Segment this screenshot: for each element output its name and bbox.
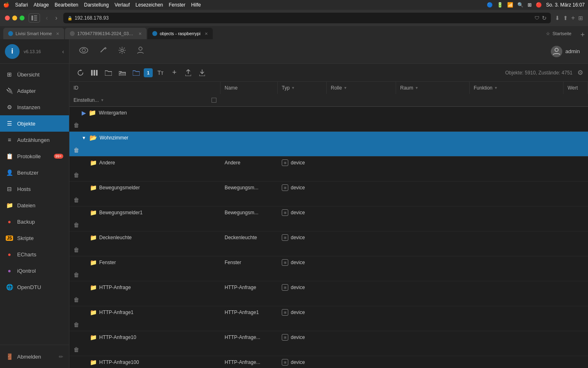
maximize-window-btn[interactable] (20, 16, 24, 20)
new-tab-btn[interactable]: + (580, 31, 585, 39)
sidebar-item-opendtu[interactable]: 🌐 OpenDTU (0, 279, 69, 295)
tab-startseite[interactable]: ☆ Startseite (541, 28, 576, 39)
table-row[interactable]: ▶ 📁 Wintergarten 🗑 (69, 107, 588, 132)
control-center-icon[interactable]: ⊞ (528, 2, 532, 8)
sidebar-label: iQontrol (17, 268, 36, 274)
delete-btn[interactable]: 🗑 (74, 197, 79, 203)
person-icon[interactable] (136, 45, 145, 58)
tab-livisi[interactable]: Livisi Smart Home ✕ (3, 28, 64, 39)
sidebar-icon[interactable]: ⊞ (578, 15, 583, 21)
table-row-wohnzimmer[interactable]: ▼ 📂 Wohnzimmer 🗑 (69, 132, 588, 157)
tab-objects[interactable]: objects - raspberrypi ✕ (147, 28, 213, 39)
th-typ[interactable]: Typ ▼ (278, 82, 327, 94)
sidebar-item-instanzen[interactable]: ⚙ Instanzen (0, 99, 69, 115)
sidebar-item-abmelden[interactable]: 🚪 Abmelden ✏ (0, 348, 69, 365)
sidebar-item-ubersicht[interactable]: ⊞ Übersicht (0, 66, 69, 83)
td-funktion (470, 331, 564, 343)
delete-btn[interactable]: 🗑 (74, 172, 79, 178)
delete-btn[interactable]: 🗑 (74, 346, 79, 353)
badge-btn[interactable]: 1 (144, 68, 153, 77)
edit-icon[interactable]: ✏ (59, 354, 63, 360)
th-einstellungen[interactable]: Einstellun... ▼ (69, 94, 220, 106)
folder-colored-btn[interactable] (130, 67, 142, 79)
menu-bearbeiten[interactable]: Bearbeiten (55, 2, 78, 8)
text-btn[interactable]: Tт (154, 67, 167, 79)
apple-icon[interactable]: 🍎 (3, 2, 9, 8)
table-row[interactable]: 📁 Fenster Fenster ⊞device 🗑 (69, 256, 588, 281)
upload-btn[interactable] (182, 67, 194, 79)
delete-btn[interactable]: 🗑 (74, 272, 79, 278)
table-row[interactable]: 📁 Bewegungsmelder1 Bewegungsm... ⊞device… (69, 206, 588, 231)
siri-icon[interactable]: 🔴 (536, 2, 542, 8)
menu-ablage[interactable]: Ablage (33, 2, 49, 8)
table-row[interactable]: 📁 Deckenleuchte Deckenleuchte ⊞device 🗑 (69, 231, 588, 256)
toolbar-settings-btn[interactable]: ⚙ (577, 69, 583, 76)
download-icon[interactable]: ⬇ (555, 15, 560, 21)
share-icon[interactable]: ⬆ (563, 15, 568, 21)
back-btn[interactable]: ‹ (44, 13, 49, 22)
tab-image[interactable]: 1709477896194-2024_03_03_15.57.39.jpg 2.… (65, 28, 147, 39)
folder-open-btn[interactable] (116, 67, 128, 79)
reload-btn[interactable]: ↻ (542, 15, 547, 21)
close-window-btn[interactable] (5, 16, 10, 20)
table-row[interactable]: 📁 Andere Andere ⊞device 🗑 (69, 157, 588, 182)
new-tab-icon[interactable]: + (571, 14, 575, 22)
sidebar-item-backup[interactable]: ● Backup (0, 213, 69, 230)
folder-icon: ▶ (82, 110, 86, 116)
sidebar-item-dateien[interactable]: 📁 Dateien (0, 197, 69, 213)
th-funktion[interactable]: Funktion ▼ (470, 82, 564, 94)
delete-btn[interactable]: 🗑 (74, 247, 79, 253)
menu-hilfe[interactable]: Hilfe (191, 2, 201, 8)
sidebar-item-adapter[interactable]: 🔌 Adapter (0, 83, 69, 99)
sort-icon: ▼ (494, 86, 498, 90)
minimize-window-btn[interactable] (12, 16, 17, 20)
table-row[interactable]: 📁 HTTP-Anfrage100 HTTP-Anfrage... ⊞devic… (69, 356, 588, 368)
columns-btn[interactable] (88, 67, 100, 79)
delete-btn[interactable]: 🗑 (74, 122, 79, 128)
sidebar-item-skripte[interactable]: JS Skripte (0, 230, 69, 246)
th-id[interactable]: ID (69, 82, 220, 94)
sidebar-toggle-btn[interactable] (29, 13, 40, 22)
th-name[interactable]: Name (220, 82, 278, 94)
wrench-icon[interactable] (98, 45, 109, 58)
folder-btn[interactable] (102, 67, 114, 79)
search-icon[interactable]: 🔍 (517, 2, 523, 8)
th-wert[interactable]: Wert (564, 82, 588, 94)
collapse-sidebar-btn[interactable]: ‹ (62, 48, 64, 55)
td-name: HTTP-Anfrage1 (220, 306, 278, 319)
device-icon: ⊞ (282, 359, 288, 366)
refresh-btn[interactable] (74, 67, 87, 79)
eye-icon[interactable] (78, 45, 90, 57)
forward-btn[interactable]: › (53, 13, 59, 22)
table-row[interactable]: 📁 HTTP-Anfrage10 HTTP-Anfrage... ⊞device… (69, 331, 588, 356)
download-btn[interactable] (196, 67, 208, 79)
address-bar[interactable]: 🔒 192.168.178.93 🛡 ↻ (63, 13, 551, 23)
sidebar-item-benutzer[interactable]: 👤 Benutzer (0, 164, 69, 181)
menu-safari[interactable]: Safari (15, 2, 28, 8)
th-rolle[interactable]: Rolle ▼ (327, 82, 396, 94)
sidebar-item-iqontrol[interactable]: ● iQontrol (0, 263, 69, 279)
menu-fenster[interactable]: Fenster (169, 2, 185, 8)
delete-btn[interactable]: 🗑 (74, 321, 79, 328)
add-btn[interactable]: + (168, 67, 180, 79)
delete-btn[interactable]: 🗑 (74, 222, 79, 228)
th-raum[interactable]: Raum ▼ (396, 82, 470, 94)
delete-btn[interactable]: 🗑 (74, 147, 79, 153)
tab-close-btn[interactable]: ✕ (56, 31, 59, 36)
sidebar-item-aufzahlungen[interactable]: ≡ Aufzählungen (0, 132, 69, 148)
menu-lesezeichen[interactable]: Lesezeichen (136, 2, 163, 8)
menu-darstellung[interactable]: Darstellung (84, 2, 109, 8)
table-row[interactable]: 📁 Bewegungsmelder Bewegungsm... ⊞device … (69, 182, 588, 206)
sidebar-item-objekte[interactable]: ☰ Objekte (0, 115, 69, 132)
tab-close-btn[interactable]: ✕ (138, 31, 142, 36)
menu-verlauf[interactable]: Verlauf (114, 2, 129, 8)
delete-btn[interactable]: 🗑 (74, 296, 79, 303)
sidebar-item-echarts[interactable]: ● ECharts (0, 246, 69, 263)
settings-icon[interactable] (117, 45, 127, 58)
objects-table[interactable]: ID Name Typ ▼ Rolle ▼ Raum ▼ F (69, 82, 588, 368)
sidebar-item-hosts[interactable]: ⊟ Hosts (0, 181, 69, 197)
table-row[interactable]: 📁 HTTP-Anfrage HTTP-Anfrage ⊞device 🗑 (69, 281, 588, 306)
table-row[interactable]: 📁 HTTP-Anfrage1 HTTP-Anfrage1 ⊞device 🗑 (69, 306, 588, 331)
sidebar-item-protokolle[interactable]: 📋 Protokolle 99+ (0, 148, 69, 164)
tab-close-btn[interactable]: ✕ (205, 31, 208, 36)
